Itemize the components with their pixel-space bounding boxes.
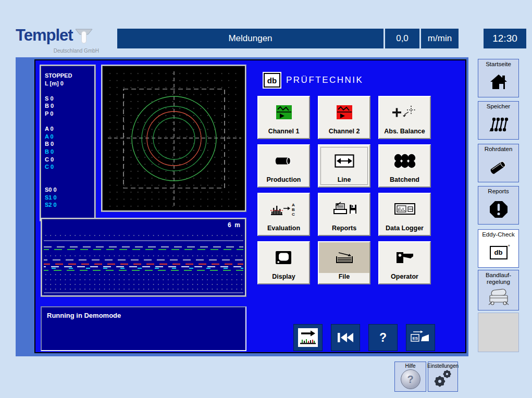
- signal-forward-button[interactable]: [293, 324, 323, 351]
- status-line: B 0: [45, 140, 94, 148]
- help-button[interactable]: Hilfe ?: [394, 362, 426, 392]
- sidebar-item-label: Eddy-Check: [482, 231, 515, 238]
- abs-balance-icon: [391, 104, 418, 121]
- es-reset-button[interactable]: ES: [406, 324, 435, 351]
- svg-text:A: A: [292, 203, 295, 207]
- menu-button-data-logger[interactable]: Data Logger: [378, 193, 431, 236]
- status-line: [45, 118, 94, 126]
- menu-button-file[interactable]: File: [318, 241, 370, 284]
- sidebar-item-label: Bandlauf-regelung: [478, 272, 518, 285]
- speed-value: 0,0: [385, 29, 419, 48]
- message-panel: Running in Demomode: [41, 306, 246, 351]
- menu-button-label: Evaluation: [267, 225, 300, 235]
- status-line: [45, 178, 94, 186]
- menu-button-abs-balance[interactable]: Abs. Balance: [378, 96, 431, 139]
- menu-grid: Channel 1 Channel 2: [257, 96, 431, 284]
- page-title: Meldungen: [117, 29, 383, 48]
- sidebar-item-reports[interactable]: Reports: [478, 186, 519, 225]
- menu-button-evaluation[interactable]: A B C Evaluation: [257, 193, 310, 236]
- menu-button-channel-1[interactable]: Channel 1: [257, 96, 310, 139]
- sidebar-item-rohrdaten[interactable]: Rohrdaten: [478, 144, 519, 182]
- settings-button-label: Einstellungen: [427, 363, 459, 369]
- strip-chart-graphics: [42, 219, 245, 295]
- status-line: C 0: [45, 163, 94, 171]
- reports-icon: [332, 202, 357, 217]
- menu-button-line[interactable]: Line: [318, 144, 370, 188]
- menu-button-label: Display: [272, 273, 295, 283]
- menu-button-label: Abs. Balance: [384, 128, 425, 138]
- menu-button-label: Production: [267, 176, 301, 186]
- status-line: S2 0: [45, 201, 94, 209]
- sidebar-item-speicher[interactable]: Speicher: [478, 101, 519, 140]
- line-icon: [335, 154, 354, 168]
- channel-1-icon: [274, 105, 294, 120]
- operator-icon: [394, 251, 415, 265]
- settings-button[interactable]: Einstellungen: [428, 362, 458, 392]
- menu-button-channel-2[interactable]: Channel 2: [318, 96, 370, 139]
- app-screen: Templet Deutschland GmbH Meldungen 0,0 m…: [0, 0, 532, 398]
- menu-button-display[interactable]: Display: [257, 241, 310, 284]
- speed-unit: m/min: [421, 29, 459, 48]
- status-line: S 0: [45, 95, 94, 103]
- menu-button-label: File: [339, 273, 350, 283]
- svg-text:ES: ES: [413, 336, 418, 341]
- status-line: S0 0: [45, 186, 94, 194]
- help-button-label: Hilfe: [405, 363, 415, 369]
- menu-button-label: Channel 1: [268, 128, 300, 138]
- prueftechnik-name: PRÜFTECHNIK: [286, 75, 363, 85]
- templet-pin-icon: [75, 28, 93, 47]
- gears-icon: [431, 369, 454, 389]
- status-line: STOPPED: [45, 72, 94, 80]
- menu-button-label: Channel 2: [329, 128, 360, 138]
- status-line: B 0: [45, 102, 94, 110]
- message-text: Running in Demomode: [47, 312, 121, 319]
- svg-text:C: C: [292, 212, 295, 217]
- sidebar-item-eddy-check[interactable]: Eddy-Check db °: [478, 229, 519, 268]
- menu-button-label: Line: [338, 176, 351, 186]
- menu-button-production[interactable]: Production: [257, 144, 310, 188]
- status-line: C 0: [45, 156, 94, 164]
- sidebar-item-label: Rohrdaten: [485, 146, 513, 153]
- menu-button-batchend[interactable]: Batchend: [378, 144, 431, 188]
- status-line: A 0: [45, 125, 94, 133]
- title-bar: Meldungen 0,0 m/min: [117, 29, 459, 48]
- impedance-scope-display: [101, 65, 246, 212]
- menu-button-reports[interactable]: Reports: [318, 193, 370, 236]
- rewind-button[interactable]: [331, 324, 360, 351]
- help-nav-button[interactable]: ?: [368, 324, 398, 351]
- question-sphere-icon: ?: [401, 369, 420, 389]
- sidebar-item-bandlaufregelung[interactable]: Bandlauf-regelung: [478, 270, 519, 310]
- strip-chart-scale: 6 m: [228, 221, 240, 229]
- sidebar-item-label: Speicher: [487, 103, 510, 110]
- machine-icon: [487, 289, 510, 306]
- bottom-nav: ? ES: [293, 324, 435, 351]
- menu-button-label: Data Logger: [386, 225, 424, 235]
- sidebar-item-label: Startseite: [486, 61, 511, 68]
- brand-name: Templet: [16, 28, 73, 43]
- strip-chart: 6 m: [41, 218, 246, 297]
- batchend-icon: [394, 154, 416, 168]
- home-icon: [489, 74, 508, 91]
- sidebar-item-startseite[interactable]: Startseite: [478, 59, 519, 97]
- display-icon: [275, 251, 293, 265]
- menu-button-operator[interactable]: Operator: [378, 241, 431, 284]
- status-line: B 0: [45, 148, 94, 156]
- db-logo-icon: db °: [490, 246, 508, 259]
- sidebar: Startseite Speicher: [478, 59, 519, 356]
- clock-display: 12:30: [484, 29, 526, 48]
- status-line: [45, 171, 94, 179]
- sidebar-item-empty: [478, 313, 519, 352]
- prueftechnik-brand: db PRÜFTECHNIK: [264, 73, 363, 88]
- svg-text:B: B: [292, 207, 295, 212]
- menu-button-label: Reports: [332, 225, 356, 235]
- file-icon: [334, 251, 355, 265]
- sidebar-item-label: Reports: [488, 188, 509, 195]
- evaluation-icon: A B C: [270, 202, 298, 217]
- data-logger-icon: [394, 203, 415, 216]
- alert-octagon-icon: [489, 201, 508, 218]
- help-icon: ?: [379, 331, 387, 345]
- templet-logo: Templet Deutschland GmbH: [16, 28, 104, 54]
- status-panel: STOPPED L [m] 0 S 0 B 0 P 0 A 0 A 0 B 0 …: [40, 65, 96, 221]
- status-line: [45, 87, 94, 95]
- signal-forward-icon: [298, 328, 318, 347]
